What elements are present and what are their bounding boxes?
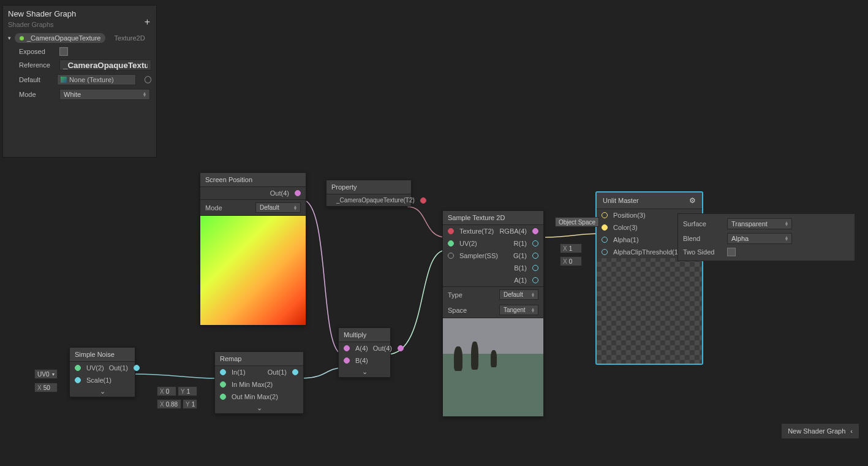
inmm-y-input[interactable]: Y1 xyxy=(178,386,197,396)
inspector-panel: New Shader Graph Shader Graphs + ▾ _Came… xyxy=(2,5,157,158)
button-label: New Shader Graph xyxy=(788,427,845,435)
position-port[interactable] xyxy=(602,212,608,218)
shader-name-button[interactable]: New Shader Graph ‹ xyxy=(781,423,859,439)
outmm-y-input[interactable]: Y1 xyxy=(183,399,197,409)
preview-gradient xyxy=(200,216,306,325)
a-port[interactable] xyxy=(344,345,350,351)
mode-dropdown[interactable]: White ▴▾ xyxy=(59,89,150,100)
mode-label: Mode xyxy=(19,91,53,98)
expand-toggle[interactable]: ⌄ xyxy=(70,386,135,397)
rgba-port[interactable] xyxy=(532,228,538,234)
type-dropdown[interactable]: Default▴▾ xyxy=(499,289,538,300)
property-pill[interactable]: _CameraOpaqueTexture xyxy=(15,33,105,43)
a-port[interactable] xyxy=(532,277,538,283)
gear-icon[interactable]: ⚙ xyxy=(689,196,696,205)
node-multiply[interactable]: Multiply A(4) Out(4) B(4) ⌄ xyxy=(338,327,391,378)
output-port[interactable] xyxy=(295,190,301,196)
node-title: Multiply xyxy=(344,331,366,338)
property-name: _CameraOpaqueTexture xyxy=(27,34,100,42)
out-label: Out(4) xyxy=(270,189,289,197)
preview-image xyxy=(443,318,543,416)
surface-dropdown[interactable]: Transparent▴▾ xyxy=(727,218,792,229)
sampler-port[interactable] xyxy=(448,253,454,259)
node-title: Property xyxy=(331,183,357,191)
alpha-port[interactable] xyxy=(602,237,608,243)
node-title: Sample Texture 2D xyxy=(448,214,505,221)
node-simple-noise[interactable]: Simple Noise UV(2) Out(1) Scale(1) ⌄ xyxy=(69,347,135,397)
in-port[interactable] xyxy=(220,369,226,375)
inmm-x-input[interactable]: X0 xyxy=(157,386,176,396)
color-port[interactable] xyxy=(602,224,608,231)
out-label: _CameraOpaqueTexture(T2) xyxy=(336,197,415,204)
clip-default-input[interactable]: X0 xyxy=(560,256,582,266)
uv-port[interactable] xyxy=(75,365,81,371)
node-title: Remap xyxy=(220,355,241,362)
blend-label: Blend xyxy=(683,235,719,242)
inspector-title: New Shader Graph xyxy=(8,9,151,18)
node-title: Screen Position xyxy=(205,176,252,183)
out-port[interactable] xyxy=(134,365,140,371)
out-port[interactable] xyxy=(398,345,404,351)
node-sample-texture-2d[interactable]: Sample Texture 2D Texture(T2) RGBA(4) UV… xyxy=(442,210,544,417)
mode-label: Mode xyxy=(205,204,222,212)
default-value: None (Texture) xyxy=(69,76,114,83)
mode-dropdown[interactable]: Default ▴▾ xyxy=(255,202,301,213)
inminmax-port[interactable] xyxy=(220,381,226,388)
g-port[interactable] xyxy=(532,253,538,259)
node-property[interactable]: Property _CameraOpaqueTexture(T2) xyxy=(326,180,412,207)
twosided-checkbox[interactable] xyxy=(727,248,736,256)
scale-port[interactable] xyxy=(75,377,81,383)
space-dropdown[interactable]: Tangent▴▾ xyxy=(499,305,538,315)
node-screen-position[interactable]: Screen Position Out(4) Mode Default ▴▾ xyxy=(200,172,306,326)
chevron-left-icon: ‹ xyxy=(850,427,853,435)
outminmax-port[interactable] xyxy=(220,394,226,400)
expand-toggle[interactable]: ⌄ xyxy=(215,403,303,413)
expand-toggle[interactable]: ⌄ xyxy=(339,367,390,377)
node-title: Simple Noise xyxy=(75,351,115,358)
b-port[interactable] xyxy=(532,265,538,271)
add-property-button[interactable]: + xyxy=(145,17,150,28)
expand-toggle[interactable]: ▾ xyxy=(8,35,11,41)
blend-dropdown[interactable]: Alpha▴▾ xyxy=(727,233,792,244)
uv-port[interactable] xyxy=(448,240,454,246)
texture-swatch-icon xyxy=(61,77,67,83)
texture-port[interactable] xyxy=(448,228,454,234)
node-remap[interactable]: Remap In(1) Out(1) In Min Max(2) Out Min… xyxy=(214,351,304,414)
exposed-label: Exposed xyxy=(19,48,53,55)
uv-default-dropdown[interactable]: UV0▾ xyxy=(34,369,58,379)
scale-default-input[interactable]: X50 xyxy=(34,383,58,392)
alpha-default-input[interactable]: X1 xyxy=(560,243,582,253)
output-port[interactable] xyxy=(420,197,426,204)
reference-label: Reference xyxy=(19,61,53,69)
position-space-badge: Object Space xyxy=(555,217,599,227)
default-texture-field[interactable]: None (Texture) xyxy=(57,74,136,85)
master-settings-panel: Surface Transparent▴▾ Blend Alpha▴▾ Two … xyxy=(677,213,855,261)
inspector-subtitle: Shader Graphs xyxy=(8,21,151,28)
surface-label: Surface xyxy=(683,220,719,227)
node-title: Unlit Master xyxy=(603,197,639,204)
r-port[interactable] xyxy=(532,240,538,246)
default-label: Default xyxy=(19,76,51,83)
exposed-checkbox[interactable] xyxy=(59,47,68,56)
b-port[interactable] xyxy=(344,357,350,364)
object-picker-icon[interactable] xyxy=(145,76,151,83)
mode-value: White xyxy=(64,91,81,98)
property-type: Texture2D xyxy=(114,34,145,42)
out-port[interactable] xyxy=(292,369,298,375)
alphaclip-port[interactable] xyxy=(602,249,608,255)
twosided-label: Two Sided xyxy=(683,248,719,256)
preview-checker xyxy=(597,258,702,364)
outmm-x-input[interactable]: X0.88 xyxy=(157,399,181,409)
property-dot-icon xyxy=(20,36,24,40)
reference-input[interactable] xyxy=(59,59,151,71)
